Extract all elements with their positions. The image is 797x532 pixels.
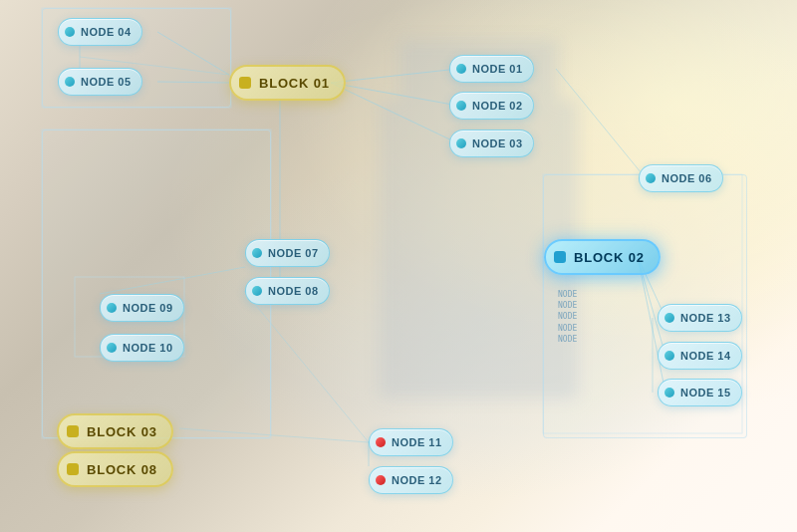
node13-dot bbox=[664, 313, 674, 323]
node04-label: NODE 04 bbox=[81, 26, 132, 38]
block02-dot bbox=[554, 251, 566, 263]
node15-dot bbox=[664, 388, 674, 398]
node01-label: NODE 01 bbox=[472, 63, 523, 75]
block08: BLOCK 08 bbox=[57, 451, 173, 487]
node12: NODE 12 bbox=[369, 466, 453, 494]
node01-dot bbox=[456, 64, 466, 74]
node06-dot bbox=[646, 173, 656, 183]
node08-label: NODE 08 bbox=[268, 285, 319, 297]
node10: NODE 10 bbox=[100, 334, 184, 362]
block02: BLOCK 02 bbox=[544, 239, 661, 275]
node12-dot bbox=[376, 475, 386, 485]
block03: BLOCK 03 bbox=[57, 413, 173, 449]
block02-label: BLOCK 02 bbox=[574, 250, 645, 265]
block01: BLOCK 01 bbox=[229, 65, 346, 101]
node11-label: NODE 11 bbox=[392, 436, 442, 448]
node04-dot bbox=[65, 27, 75, 37]
node09: NODE 09 bbox=[100, 294, 184, 322]
node10-label: NODE 10 bbox=[123, 342, 173, 354]
node12-label: NODE 12 bbox=[392, 474, 442, 486]
node02-label: NODE 02 bbox=[472, 100, 523, 112]
node09-label: NODE 09 bbox=[123, 302, 173, 314]
node14-dot bbox=[664, 351, 674, 361]
node08-dot bbox=[252, 286, 262, 296]
node02: NODE 02 bbox=[449, 92, 534, 120]
node10-dot bbox=[107, 343, 117, 353]
node13-label: NODE 13 bbox=[680, 312, 731, 324]
node03-label: NODE 03 bbox=[472, 137, 523, 149]
node15-label: NODE 15 bbox=[680, 387, 731, 399]
node11: NODE 11 bbox=[369, 428, 453, 456]
node04: NODE 04 bbox=[58, 18, 142, 46]
node05-dot bbox=[65, 77, 75, 87]
node07-label: NODE 07 bbox=[268, 247, 319, 259]
node11-dot bbox=[376, 437, 386, 447]
node05-label: NODE 05 bbox=[81, 76, 132, 88]
block08-dot bbox=[67, 463, 79, 475]
block03-label: BLOCK 03 bbox=[87, 424, 157, 439]
node06: NODE 06 bbox=[639, 164, 723, 192]
block03-dot bbox=[67, 425, 79, 437]
node02-dot bbox=[456, 101, 466, 111]
node14-label: NODE 14 bbox=[680, 350, 731, 362]
node01: NODE 01 bbox=[449, 55, 534, 83]
node15: NODE 15 bbox=[658, 379, 742, 406]
node13: NODE 13 bbox=[658, 304, 742, 332]
node14: NODE 14 bbox=[658, 342, 742, 370]
block01-dot bbox=[239, 77, 251, 89]
node09-dot bbox=[107, 303, 117, 313]
node03-dot bbox=[456, 138, 466, 148]
node07: NODE 07 bbox=[245, 239, 330, 267]
block01-label: BLOCK 01 bbox=[259, 76, 330, 91]
small-text-block02: NODENODENODENODENODE bbox=[558, 289, 577, 345]
node06-label: NODE 06 bbox=[662, 172, 712, 184]
node07-dot bbox=[252, 248, 262, 258]
node05: NODE 05 bbox=[58, 68, 142, 96]
node08: NODE 08 bbox=[245, 277, 330, 305]
block08-label: BLOCK 08 bbox=[87, 462, 157, 477]
node03: NODE 03 bbox=[449, 130, 534, 157]
